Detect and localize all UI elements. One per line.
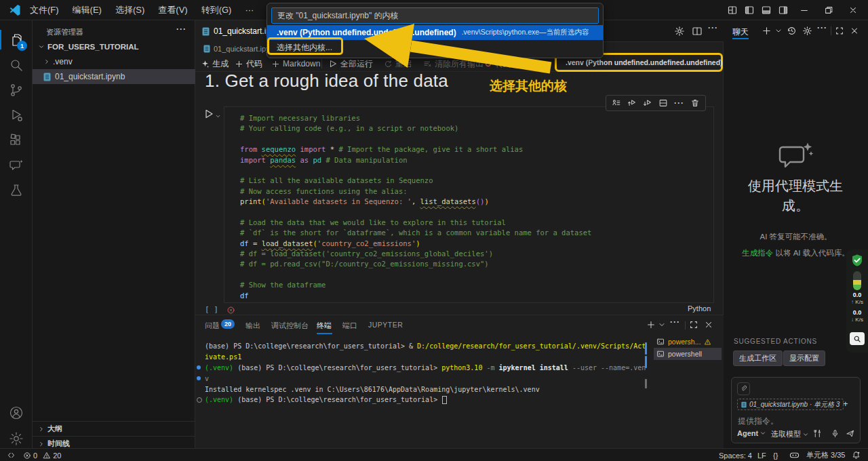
expand-chat-icon[interactable] xyxy=(835,26,844,36)
generate-workspace-button[interactable]: 生成工作区 xyxy=(733,350,783,366)
add-code-cell-button[interactable]: 代码 xyxy=(235,56,262,72)
vscode-window: 文件(F) 编辑(E) 选择(S) 查看(V) 转到(G) ··· 1 xyxy=(0,0,868,461)
indentation-status[interactable]: Spaces: 4 xyxy=(719,449,752,461)
attach-context-button[interactable] xyxy=(737,382,750,395)
language-brackets-status[interactable]: {} xyxy=(773,449,778,461)
close-panel-icon[interactable] xyxy=(704,320,713,329)
magnifier-button[interactable] xyxy=(850,332,865,345)
editor-settings-gear-icon[interactable] xyxy=(674,26,685,37)
customize-layout-icon[interactable] xyxy=(727,5,738,16)
close-chat-icon[interactable] xyxy=(850,26,859,36)
activity-chat[interactable] xyxy=(0,153,33,178)
menu-selection[interactable]: 选择(S) xyxy=(108,0,151,20)
menu-goto[interactable]: 转到(G) xyxy=(195,0,239,20)
panel-tab-terminal[interactable]: 终端 xyxy=(317,321,332,331)
tree-item-notebook[interactable]: 01_quickstart.ipynb xyxy=(33,69,195,84)
settings-button[interactable] xyxy=(0,426,33,451)
restore-button[interactable] xyxy=(816,0,841,20)
agent-mode-dropdown[interactable]: Agent xyxy=(737,429,766,437)
shield-check-icon[interactable] xyxy=(850,254,864,267)
delete-cell-icon[interactable] xyxy=(690,98,700,108)
tree-item-venv[interactable]: .venv xyxy=(33,54,195,69)
toggle-secondary-sidebar-icon[interactable] xyxy=(778,5,789,16)
toggle-sidebar-icon[interactable] xyxy=(744,5,755,16)
text-segment: 'country_co2_emissions' xyxy=(317,239,416,247)
show-config-button[interactable]: 显示配置 xyxy=(783,350,825,366)
new-terminal-icon[interactable] xyxy=(646,320,656,329)
run-below-icon[interactable] xyxy=(643,98,652,108)
close-window-button[interactable] xyxy=(841,0,865,20)
problems-badge: 20 xyxy=(221,319,235,329)
code-editor[interactable]: # Import necessary libraries# Your calli… xyxy=(240,114,591,302)
run-cell-button[interactable] xyxy=(203,108,221,119)
terminal-scrollbar-thumb[interactable] xyxy=(645,379,647,388)
quick-pick-input[interactable]: 更改 "01_quickstart.ipynb" 的内核 xyxy=(271,7,599,24)
chat-more-actions-icon[interactable]: ··· xyxy=(817,23,827,33)
text-segment: list_datasets xyxy=(420,197,476,205)
panel-tab-output[interactable]: 输出 xyxy=(245,321,260,331)
maximize-panel-icon[interactable] xyxy=(689,320,698,329)
chat-settings-gear-icon[interactable] xyxy=(802,26,812,36)
activity-run-debug[interactable] xyxy=(0,102,33,127)
generate-button[interactable]: 生成 xyxy=(201,56,229,72)
tree-root-folder[interactable]: FOR_USERS_TUTORIAL xyxy=(33,39,195,54)
split-cell-icon[interactable] xyxy=(658,98,668,108)
activity-testing[interactable] xyxy=(0,178,33,203)
text-segment: Installed kernelspec .venv in C:\Users\8… xyxy=(205,386,540,393)
eol-status[interactable]: LF xyxy=(757,449,766,461)
menu-file[interactable]: 文件(F) xyxy=(23,0,66,20)
activity-source-control[interactable] xyxy=(0,77,33,102)
terminal-list-item-active[interactable]: powershell xyxy=(654,348,722,360)
copilot-status[interactable] xyxy=(789,449,800,461)
voice-input-icon[interactable] xyxy=(831,429,840,438)
menu-more[interactable]: ··· xyxy=(238,0,260,20)
context-chip[interactable]: 01_quickstart.ipynb · 单元格 3 xyxy=(737,399,844,410)
chat-history-icon[interactable] xyxy=(787,26,797,36)
new-chat-icon[interactable] xyxy=(762,26,772,36)
panel-tab-jupyter[interactable]: JUPYTER xyxy=(368,321,403,329)
download-speed-unit: ↓ K/s xyxy=(846,317,868,323)
panel-tab-problems[interactable]: 问题 xyxy=(205,321,220,331)
sidebar-more-actions[interactable]: ··· xyxy=(176,24,186,34)
activity-extensions[interactable] xyxy=(0,127,33,153)
cell-toolbar: ··· xyxy=(606,95,706,111)
terminal-list-item-warning[interactable]: powersh... xyxy=(654,336,722,348)
cell-language-picker[interactable]: Python xyxy=(688,304,711,313)
text-segment: , xyxy=(412,197,420,205)
battery-pill-icon[interactable] xyxy=(853,271,861,290)
notifications-button[interactable] xyxy=(852,449,861,461)
generate-instructions-link[interactable]: 生成指令 xyxy=(742,249,773,257)
terminal-output[interactable]: (base) PS D:\college\research\for_users_… xyxy=(197,341,646,405)
chat-input-box[interactable]: 01_quickstart.ipynb · 单元格 3 + 提供指令。 Agen… xyxy=(731,377,861,443)
problems-status[interactable]: 0 20 xyxy=(23,449,61,461)
cell-position-label: 单元格 3/35 xyxy=(806,450,845,460)
split-editor-icon[interactable] xyxy=(692,26,703,37)
terminal-dropdown-chevron-icon[interactable] xyxy=(658,320,666,329)
activity-search[interactable] xyxy=(0,52,33,77)
remote-indicator[interactable] xyxy=(7,449,16,461)
menu-edit[interactable]: 编辑(E) xyxy=(66,0,108,20)
chevron-down-icon[interactable] xyxy=(774,26,783,36)
sidebar-section-outline[interactable]: 大纲 xyxy=(33,421,195,436)
add-context-button[interactable]: + xyxy=(843,399,848,409)
activity-explorer[interactable]: 1 xyxy=(0,27,33,52)
kernel-picker-button[interactable]: .venv (Python undefined.undefined.undefi… xyxy=(566,58,723,66)
cell-more-actions-icon[interactable]: ··· xyxy=(674,98,684,108)
panel-tab-ports[interactable]: 端口 xyxy=(342,321,357,331)
chevron-down-icon xyxy=(38,43,45,50)
cell-position-status[interactable]: 单元格 3/35 xyxy=(806,449,845,461)
chat-title[interactable]: 聊天 xyxy=(732,26,749,38)
account-button[interactable] xyxy=(0,400,33,425)
slideshow-icon[interactable] xyxy=(612,98,621,108)
text-segment: # List all the available datasets in Seq… xyxy=(240,176,433,184)
toggle-panel-icon[interactable] xyxy=(761,5,772,16)
menu-view[interactable]: 查看(V) xyxy=(151,0,194,20)
run-above-icon[interactable] xyxy=(627,98,637,108)
tools-icon[interactable] xyxy=(813,429,822,438)
editor-more-actions-icon[interactable]: ··· xyxy=(708,23,718,33)
panel-tab-debug-console[interactable]: 调试控制台 xyxy=(271,321,309,331)
send-icon[interactable] xyxy=(846,429,855,438)
panel-more-actions-icon[interactable]: ··· xyxy=(670,317,680,327)
minimize-button[interactable] xyxy=(792,0,816,20)
model-picker-dropdown[interactable]: 选取模型 xyxy=(771,429,809,439)
